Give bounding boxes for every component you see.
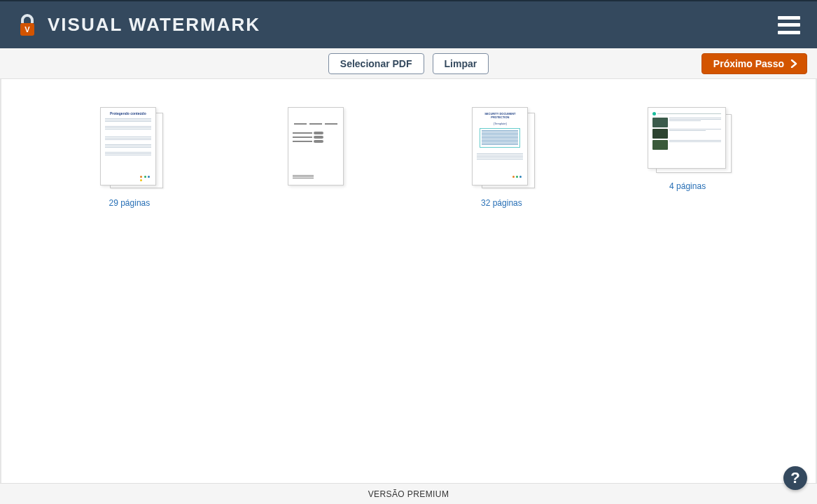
toolbar: Selecionar PDF Limpar Próximo Passo [0, 48, 817, 79]
chevron-right-icon [788, 58, 799, 69]
next-step-label: Próximo Passo [713, 58, 784, 69]
pages-label: 29 páginas [109, 198, 151, 208]
document-item[interactable]: 4 páginas [648, 107, 727, 208]
document-thumbnail: Protegendo conteúdo [100, 107, 159, 187]
clear-button[interactable]: Limpar [433, 53, 489, 74]
svg-text:V: V [25, 25, 30, 34]
next-step-button[interactable]: Próximo Passo [701, 53, 807, 74]
app-title: VISUAL WATERMARK [48, 14, 260, 36]
document-item[interactable]: Protegendo conteúdo 29 páginas [100, 107, 159, 208]
help-button[interactable]: ? [783, 466, 807, 490]
logo: V VISUAL WATERMARK [17, 13, 260, 37]
help-icon: ? [790, 469, 799, 487]
document-thumbnail [286, 107, 345, 187]
premium-label: VERSÃO PREMIUM [368, 489, 449, 499]
document-thumbnail: SECURITY DOCUMENT PROTECTION [Template] [472, 107, 531, 187]
document-item[interactable] [286, 107, 345, 208]
pages-label: 32 páginas [481, 198, 522, 208]
menu-icon[interactable] [778, 16, 800, 34]
lock-icon: V [17, 13, 38, 37]
select-pdf-button[interactable]: Selecionar PDF [328, 53, 424, 74]
document-thumbnail [648, 107, 727, 170]
pages-label: 4 páginas [669, 181, 706, 191]
document-grid: Protegendo conteúdo 29 páginas [0, 79, 817, 483]
document-item[interactable]: SECURITY DOCUMENT PROTECTION [Template] … [472, 107, 531, 208]
app-header: V VISUAL WATERMARK [0, 0, 817, 48]
footer-bar[interactable]: VERSÃO PREMIUM [0, 483, 817, 504]
